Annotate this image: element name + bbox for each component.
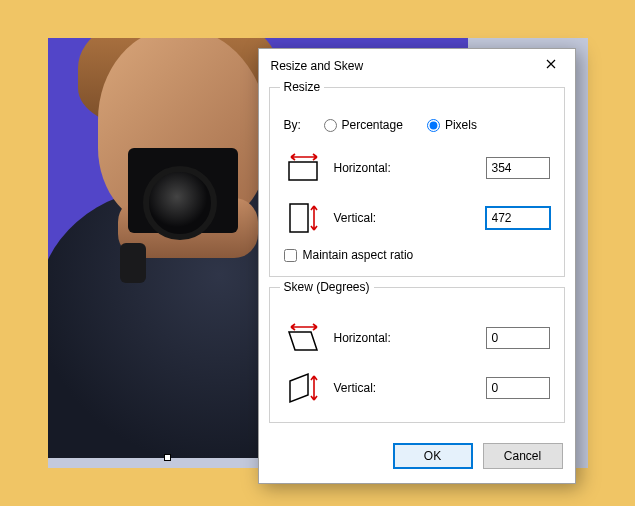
skew-group: Skew (Degrees) Horizontal: xyxy=(269,287,565,423)
resize-vertical-input[interactable] xyxy=(486,207,550,229)
radio-percentage-label: Percentage xyxy=(342,118,403,132)
radio-pixels-label: Pixels xyxy=(445,118,477,132)
maintain-aspect-label: Maintain aspect ratio xyxy=(303,248,414,262)
radio-percentage-input[interactable] xyxy=(324,119,337,132)
skew-horizontal-icon xyxy=(284,318,324,358)
selection-handle[interactable] xyxy=(164,454,171,461)
svg-rect-1 xyxy=(290,204,308,232)
skew-vertical-label: Vertical: xyxy=(334,381,476,395)
cancel-button[interactable]: Cancel xyxy=(483,443,563,469)
close-button[interactable] xyxy=(537,55,565,77)
skew-group-label: Skew (Degrees) xyxy=(280,280,374,294)
radio-pixels-input[interactable] xyxy=(427,119,440,132)
resize-group-label: Resize xyxy=(280,80,325,94)
ok-button[interactable]: OK xyxy=(393,443,473,469)
svg-marker-3 xyxy=(290,374,308,402)
canvas-area: Resize and Skew Resize By: Percentage Pi… xyxy=(48,38,588,468)
dialog-title: Resize and Skew xyxy=(271,59,364,73)
resize-vertical-icon xyxy=(284,198,324,238)
resize-group: Resize By: Percentage Pixels xyxy=(269,87,565,277)
radio-pixels[interactable]: Pixels xyxy=(427,118,477,132)
close-icon xyxy=(546,59,556,69)
skew-horizontal-label: Horizontal: xyxy=(334,331,476,345)
resize-horizontal-label: Horizontal: xyxy=(334,161,476,175)
resize-horizontal-input[interactable] xyxy=(486,157,550,179)
resize-horizontal-icon xyxy=(284,148,324,188)
maintain-aspect-checkbox[interactable] xyxy=(284,249,297,262)
dialog-titlebar: Resize and Skew xyxy=(259,49,575,83)
skew-vertical-icon xyxy=(284,368,324,408)
resize-vertical-label: Vertical: xyxy=(334,211,476,225)
skew-vertical-input[interactable] xyxy=(486,377,550,399)
dialog-footer: OK Cancel xyxy=(259,433,575,483)
svg-marker-2 xyxy=(289,332,317,350)
svg-rect-0 xyxy=(289,162,317,180)
radio-percentage[interactable]: Percentage xyxy=(324,118,403,132)
skew-horizontal-input[interactable] xyxy=(486,327,550,349)
resize-skew-dialog: Resize and Skew Resize By: Percentage Pi… xyxy=(258,48,576,484)
by-label: By: xyxy=(284,118,314,132)
